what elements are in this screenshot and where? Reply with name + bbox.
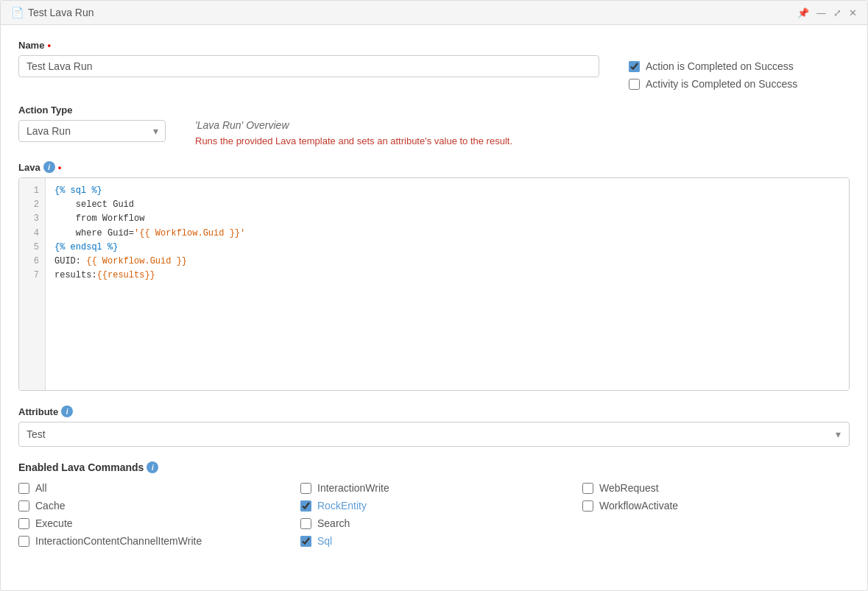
name-label: Name •	[18, 40, 599, 51]
cmd-interactionwrite-row[interactable]: InteractionWrite	[300, 482, 568, 494]
cmd-sql-label: Sql	[317, 535, 332, 547]
cmd-interactioncontent-label: InteractionContentChannelItemWrite	[35, 535, 202, 547]
overview-description: Runs the provided Lava template and sets…	[195, 135, 850, 146]
close-icon[interactable]: ✕	[849, 7, 857, 18]
panel-body: Name • Action is Completed on Success Ac…	[1, 25, 867, 576]
cmd-all-checkbox[interactable]	[18, 483, 29, 494]
name-row: Name • Action is Completed on Success Ac…	[18, 40, 850, 90]
overview-box: 'Lava Run' Overview Runs the provided La…	[195, 105, 850, 146]
commands-col-2: InteractionWrite RockEntity Search Sql	[300, 482, 568, 547]
code-content[interactable]: {% sql %} select Guid from Workflow wher…	[46, 178, 849, 390]
activity-completed-label: Activity is Completed on Success	[646, 78, 797, 90]
cmd-execute-label: Execute	[35, 517, 73, 529]
pin-icon[interactable]: 📌	[797, 7, 809, 18]
activity-completed-checkbox-row[interactable]: Activity is Completed on Success	[629, 78, 850, 90]
action-completed-checkbox[interactable]	[629, 61, 640, 72]
cmd-sql-checkbox[interactable]	[300, 536, 311, 547]
minimize-icon[interactable]: —	[816, 7, 826, 18]
cmd-all-row[interactable]: All	[18, 482, 286, 494]
cmd-interactioncontent-row[interactable]: InteractionContentChannelItemWrite	[18, 535, 286, 547]
activity-completed-checkbox[interactable]	[629, 79, 640, 90]
cmd-execute-checkbox[interactable]	[18, 518, 29, 529]
cmd-workflowactivate-row[interactable]: WorkflowActivate	[582, 500, 850, 512]
lava-required-star: •	[58, 162, 62, 173]
cmd-search-row[interactable]: Search	[300, 517, 568, 529]
overview-title: 'Lava Run' Overview	[195, 119, 850, 131]
cmd-cache-checkbox[interactable]	[18, 500, 29, 512]
cmd-search-checkbox[interactable]	[300, 518, 311, 529]
cmd-cache-row[interactable]: Cache	[18, 500, 286, 512]
commands-grid: All Cache Execute InteractionContentChan…	[18, 482, 850, 547]
completion-checkboxes: Action is Completed on Success Activity …	[629, 40, 850, 90]
cmd-all-label: All	[35, 482, 47, 494]
enabled-commands-label: Enabled Lava Commands i	[18, 461, 850, 473]
required-star: •	[47, 40, 51, 51]
cmd-webrequest-row[interactable]: WebRequest	[582, 482, 850, 494]
name-group: Name •	[18, 40, 599, 77]
cmd-rockentity-label: RockEntity	[317, 500, 367, 512]
enabled-commands-info-icon[interactable]: i	[147, 461, 158, 473]
commands-col-1: All Cache Execute InteractionContentChan…	[18, 482, 286, 547]
panel-header-icons: 📌 — ⤢ ✕	[797, 7, 857, 18]
cmd-cache-label: Cache	[35, 500, 65, 512]
cmd-rockentity-checkbox[interactable]	[300, 500, 311, 512]
action-type-row: Action Type Lava Run 'Lava Run' Overview…	[18, 105, 850, 146]
cmd-webrequest-label: WebRequest	[599, 482, 659, 494]
panel-header: 📄 Test Lava Run 📌 — ⤢ ✕	[1, 1, 867, 25]
panel-icon: 📄	[11, 7, 24, 18]
cmd-search-label: Search	[317, 517, 350, 529]
cmd-rockentity-row[interactable]: RockEntity	[300, 500, 568, 512]
cmd-workflowactivate-checkbox[interactable]	[582, 500, 593, 512]
lava-section: Lava i • 1234567 {% sql %} select Guid f…	[18, 161, 850, 391]
attribute-section: Attribute i Test	[18, 406, 850, 447]
panel-title: 📄 Test Lava Run	[11, 7, 94, 18]
cmd-execute-row[interactable]: Execute	[18, 517, 286, 529]
action-type-label: Action Type	[18, 105, 166, 116]
cmd-workflowactivate-label: WorkflowActivate	[599, 500, 678, 512]
commands-col-3: WebRequest WorkflowActivate	[582, 482, 850, 547]
expand-icon[interactable]: ⤢	[833, 7, 841, 18]
cmd-interactionwrite-checkbox[interactable]	[300, 483, 311, 494]
action-type-select[interactable]: Lava Run	[18, 120, 166, 142]
action-completed-checkbox-row[interactable]: Action is Completed on Success	[629, 60, 850, 72]
attribute-info-icon[interactable]: i	[61, 406, 73, 417]
attribute-select-wrapper: Test	[18, 422, 850, 447]
line-numbers: 1234567	[19, 178, 46, 390]
cmd-interactionwrite-label: InteractionWrite	[317, 482, 389, 494]
cmd-interactioncontent-checkbox[interactable]	[18, 536, 29, 547]
lava-code-editor[interactable]: 1234567 {% sql %} select Guid from Workf…	[18, 177, 850, 391]
lava-info-icon[interactable]: i	[43, 161, 55, 173]
action-completed-label: Action is Completed on Success	[646, 60, 794, 72]
cmd-webrequest-checkbox[interactable]	[582, 483, 593, 494]
attribute-label: Attribute i	[18, 406, 850, 417]
cmd-sql-row[interactable]: Sql	[300, 535, 568, 547]
panel-title-text: Test Lava Run	[28, 7, 94, 18]
main-panel: 📄 Test Lava Run 📌 — ⤢ ✕ Name • Act	[0, 0, 868, 591]
enabled-commands-section: Enabled Lava Commands i All Cache	[18, 461, 850, 547]
lava-label: Lava i •	[18, 161, 850, 173]
action-type-select-wrapper: Lava Run	[18, 120, 166, 142]
action-type-group: Action Type Lava Run	[18, 105, 166, 142]
attribute-select[interactable]: Test	[18, 422, 850, 447]
name-input[interactable]	[18, 55, 599, 77]
